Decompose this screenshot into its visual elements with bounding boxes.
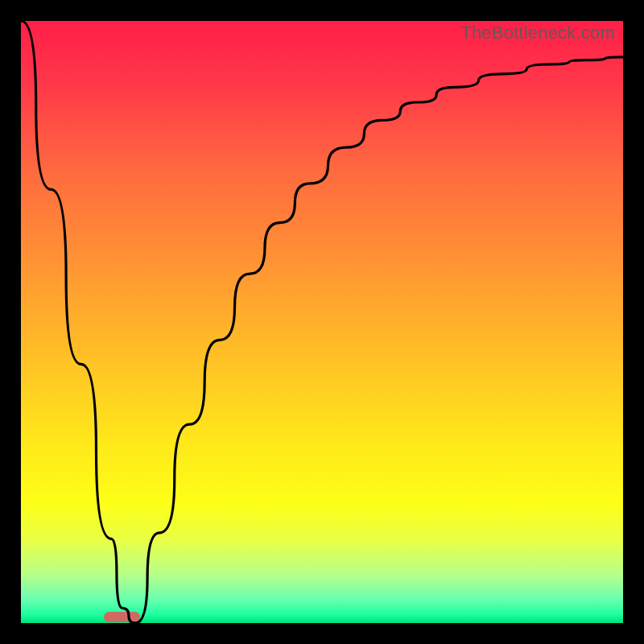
watermark-text: TheBottleneck.com (460, 23, 615, 43)
curve-right-arm (135, 57, 623, 623)
curve-left-arm (21, 21, 135, 623)
plot-area: TheBottleneck.com (21, 21, 623, 623)
chart-frame: TheBottleneck.com (0, 0, 644, 644)
curve-layer (21, 21, 623, 623)
